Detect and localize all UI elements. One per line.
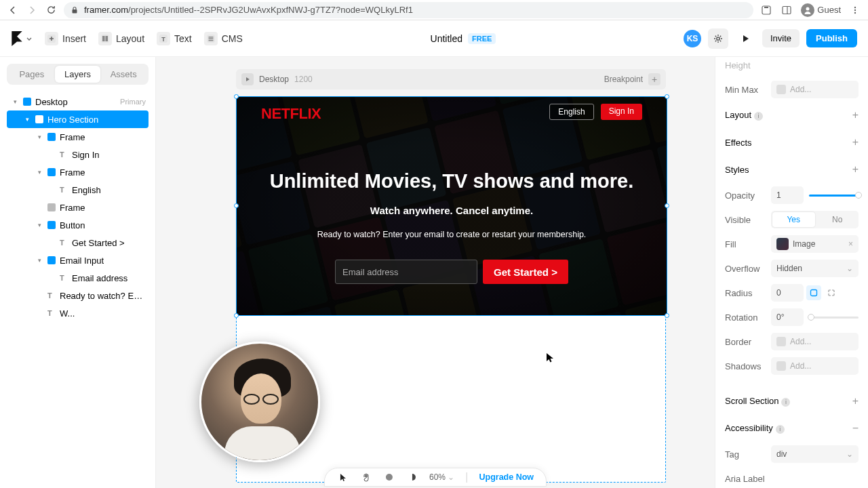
- layer-email-address[interactable]: TEmail address: [7, 269, 149, 287]
- back-button[interactable]: [7, 4, 19, 16]
- hero-sub: Watch anywhere. Cancel anytime.: [237, 205, 667, 216]
- tab-layers[interactable]: Layers: [55, 66, 101, 83]
- hero-headline: Unlimited Movies, TV shows and more.: [237, 170, 667, 192]
- panel-icon[interactable]: [781, 4, 793, 16]
- layout-section[interactable]: Layouti+: [725, 102, 859, 129]
- resize-handle[interactable]: [234, 313, 239, 318]
- overflow-select[interactable]: Hidden⌄: [771, 260, 859, 277]
- comment-tool-icon[interactable]: [383, 471, 395, 483]
- email-input[interactable]: [335, 260, 477, 284]
- netflix-logo: NETFLIX: [261, 105, 321, 123]
- cms-tool[interactable]: CMS: [204, 32, 243, 45]
- opacity-input[interactable]: [771, 186, 804, 204]
- tab-pages[interactable]: Pages: [9, 66, 55, 83]
- effects-section[interactable]: Effects+: [725, 129, 859, 156]
- plus-icon[interactable]: +: [852, 136, 859, 148]
- dark-tool-icon[interactable]: [406, 471, 418, 483]
- framer-logo-button[interactable]: [11, 31, 33, 46]
- text-tool[interactable]: TText: [157, 32, 192, 45]
- layout-tool[interactable]: Layout: [98, 32, 144, 45]
- svg-point-20: [386, 474, 393, 481]
- plus-icon[interactable]: +: [852, 109, 859, 121]
- layer-frame-1[interactable]: ▾Frame: [7, 128, 149, 146]
- resize-handle[interactable]: [665, 313, 669, 318]
- sign-in-button[interactable]: Sign In: [601, 104, 642, 120]
- app-header: Insert Layout TText CMS Untitled FREE KS…: [0, 20, 868, 57]
- layer-frame-3[interactable]: Frame: [7, 199, 149, 216]
- cms-icon: [204, 32, 218, 45]
- layer-english[interactable]: TEnglish: [7, 181, 149, 199]
- svg-rect-17: [208, 38, 213, 39]
- menu-icon[interactable]: [849, 4, 861, 16]
- shadows-add[interactable]: Add...: [771, 357, 859, 375]
- plus-icon[interactable]: +: [852, 163, 859, 176]
- svg-text:T: T: [161, 35, 165, 42]
- account-chip[interactable]: Guest: [801, 3, 841, 17]
- opacity-slider[interactable]: [809, 195, 859, 197]
- preview-button[interactable]: [735, 28, 755, 49]
- reload-button[interactable]: [45, 4, 57, 16]
- forward-button[interactable]: [26, 4, 38, 16]
- border-add[interactable]: Add...: [771, 333, 859, 350]
- plus-icon[interactable]: +: [852, 395, 859, 407]
- visible-no[interactable]: No: [816, 211, 859, 228]
- tab-assets[interactable]: Assets: [100, 66, 146, 83]
- layout-label: Layout: [116, 33, 144, 44]
- chevron-down-icon: ⌄: [846, 449, 853, 459]
- left-panel: Pages Layers Assets ▾DesktopPrimary ▾Her…: [0, 57, 156, 488]
- visible-label: Visible: [725, 215, 771, 225]
- install-icon[interactable]: [760, 4, 772, 16]
- cms-label: CMS: [222, 33, 243, 44]
- rotation-slider[interactable]: [809, 317, 859, 319]
- insert-tool[interactable]: Insert: [45, 32, 86, 45]
- radius-uniform-icon[interactable]: [806, 285, 821, 300]
- webcam-overlay: [199, 342, 320, 462]
- accessibility-section[interactable]: Accessibilityi−: [725, 415, 859, 442]
- zoom-level[interactable]: 60% ⌄: [429, 472, 454, 482]
- breakpoint-play-icon[interactable]: [241, 73, 254, 85]
- tag-select[interactable]: div⌄: [771, 445, 859, 463]
- url-bar[interactable]: framer.com/projects/Untitled--2SPRvJG2Uw…: [64, 2, 753, 18]
- settings-button[interactable]: [708, 28, 728, 49]
- close-icon[interactable]: ×: [848, 239, 853, 249]
- add-breakpoint-button[interactable]: +: [648, 73, 660, 85]
- invite-button[interactable]: Invite: [762, 29, 800, 47]
- hand-tool-icon[interactable]: [360, 471, 372, 483]
- minmax-label: Min Max: [725, 85, 771, 95]
- rotation-input[interactable]: [771, 308, 804, 326]
- svg-rect-2: [764, 7, 768, 8]
- minmax-add[interactable]: Add...: [771, 81, 859, 98]
- canvas[interactable]: Desktop 1200 Breakpoint + NETFLIX Englis…: [156, 57, 715, 488]
- layer-frame-2[interactable]: ▾Frame: [7, 163, 149, 181]
- upgrade-button[interactable]: Upgrade Now: [479, 472, 534, 482]
- publish-button[interactable]: Publish: [806, 29, 857, 47]
- visible-yes[interactable]: Yes: [772, 212, 815, 227]
- layer-email-input[interactable]: ▾Email Input: [7, 251, 149, 269]
- language-button[interactable]: English: [549, 104, 593, 120]
- visible-toggle[interactable]: Yes No: [771, 211, 859, 228]
- scroll-section[interactable]: Scroll Sectioni+: [725, 388, 859, 415]
- layer-w-text[interactable]: TW...: [7, 304, 149, 322]
- radius-input[interactable]: [771, 284, 804, 302]
- fill-label: Fill: [725, 239, 771, 249]
- page-title[interactable]: Untitled: [431, 33, 462, 44]
- breakpoint-label[interactable]: Desktop: [259, 75, 289, 84]
- info-icon: i: [754, 112, 763, 121]
- fill-swatch: [776, 238, 789, 250]
- radius-individual-icon[interactable]: [824, 285, 839, 300]
- styles-section[interactable]: Styles+: [725, 156, 859, 183]
- svg-rect-12: [106, 36, 108, 41]
- hero-section-frame[interactable]: NETFLIX English Sign In Unlimited Movies…: [237, 97, 667, 315]
- layer-ready-text[interactable]: TReady to watch? En...: [7, 287, 149, 304]
- minus-icon[interactable]: −: [852, 422, 859, 434]
- get-started-button[interactable]: Get Started >: [483, 260, 568, 284]
- fill-chip[interactable]: Image ×: [771, 235, 859, 253]
- layer-hero-section[interactable]: ▾Hero Section: [7, 110, 149, 128]
- layer-sign-in[interactable]: TSign In: [7, 146, 149, 163]
- breakpoint-size: 1200: [294, 75, 313, 84]
- layer-desktop[interactable]: ▾DesktopPrimary: [7, 93, 149, 110]
- layer-get-started[interactable]: TGet Started >: [7, 234, 149, 251]
- layer-button[interactable]: ▾Button: [7, 216, 149, 234]
- pointer-tool-icon[interactable]: [337, 471, 349, 483]
- user-avatar[interactable]: KS: [684, 30, 701, 47]
